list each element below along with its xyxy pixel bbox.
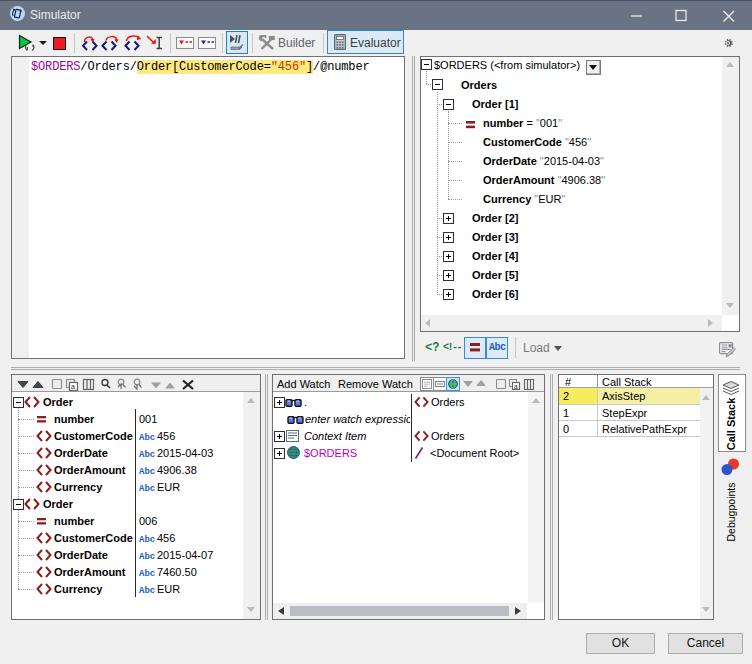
svg-text:a: a	[514, 383, 518, 390]
svg-text:a: a	[71, 383, 75, 390]
